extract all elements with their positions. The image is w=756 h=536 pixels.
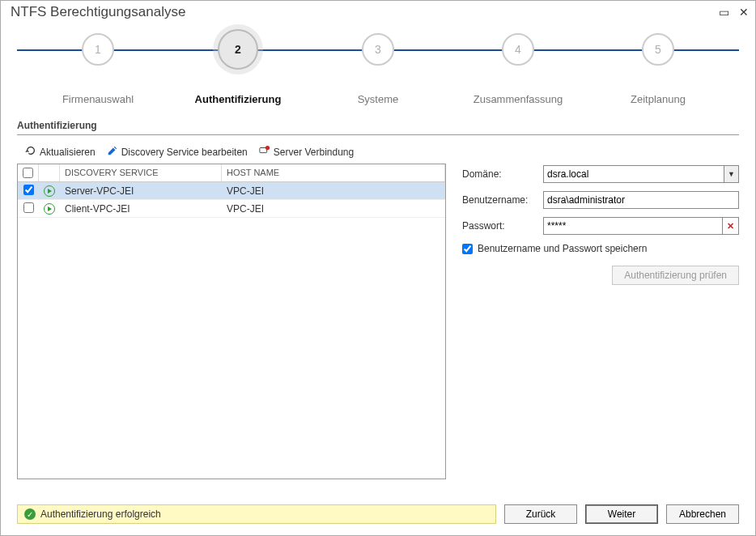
window-controls: ▭ ✕: [719, 6, 749, 19]
next-button[interactable]: Weiter: [585, 504, 658, 524]
step-5-circle[interactable]: 5: [642, 33, 674, 66]
save-credentials-checkbox[interactable]: [462, 244, 473, 254]
close-icon[interactable]: ✕: [739, 6, 749, 19]
toolbar: Aktualisieren Discovery Service bearbeit…: [25, 145, 739, 159]
refresh-label: Aktualisieren: [40, 147, 96, 158]
wizard-stepper: 1 2 3 4 5: [17, 33, 739, 82]
status-bar: ✓ Authentifizierung erfolgreich: [17, 504, 496, 524]
status-text: Authentifizierung erfolgreich: [40, 508, 161, 520]
table-header: DISCOVERY SERVICE HOST NAME: [18, 164, 445, 182]
step-4-circle[interactable]: 4: [502, 33, 534, 66]
clear-password-icon[interactable]: ✕: [723, 217, 739, 235]
domain-dropdown-icon[interactable]: ▼: [724, 165, 739, 183]
edit-discovery-label: Discovery Service bearbeiten: [121, 147, 248, 158]
step-4-label: Zusammenfassung: [453, 93, 583, 105]
password-input[interactable]: [543, 217, 723, 235]
host-header[interactable]: HOST NAME: [222, 164, 445, 181]
step-1-circle[interactable]: 1: [82, 33, 114, 66]
step-2-circle[interactable]: 2: [218, 29, 258, 70]
status-running-icon: [44, 203, 55, 215]
table-row[interactable]: Server-VPC-JEI VPC-JEI: [18, 182, 445, 200]
refresh-icon: [25, 145, 36, 159]
status-header: [39, 164, 60, 181]
auth-form: Domäne: ▼ Benutzername: Passwort: ✕ Benu…: [462, 164, 739, 479]
row-host: VPC-JEI: [222, 184, 445, 198]
section-title: Authentifizierung: [17, 120, 739, 135]
footer: ✓ Authentifizierung erfolgreich Zurück W…: [17, 504, 739, 524]
cancel-button[interactable]: Abbrechen: [666, 504, 739, 524]
step-1-label: Firmenauswahl: [33, 93, 163, 105]
password-label: Passwort:: [462, 220, 543, 232]
pencil-icon: [107, 145, 118, 159]
check-auth-button[interactable]: Authentifizierung prüfen: [612, 266, 739, 285]
select-all-checkbox[interactable]: [23, 168, 33, 178]
username-label: Benutzername:: [462, 194, 543, 206]
row-checkbox[interactable]: [23, 185, 34, 195]
row-host: VPC-JEI: [222, 202, 445, 216]
edit-discovery-button[interactable]: Discovery Service bearbeiten: [107, 145, 248, 159]
back-button[interactable]: Zurück: [504, 504, 577, 524]
title-bar: NTFS Berechtigungsanalyse ▭ ✕: [1, 1, 755, 27]
username-input[interactable]: [543, 191, 739, 209]
row-discovery: Client-VPC-JEI: [60, 202, 222, 216]
discovery-header[interactable]: DISCOVERY SERVICE: [60, 164, 222, 181]
server-connection-button[interactable]: Server Verbindung: [259, 145, 354, 159]
step-3-label: Systeme: [313, 93, 443, 105]
status-running-icon: [44, 185, 55, 197]
discovery-table: DISCOVERY SERVICE HOST NAME Server-VPC-J…: [17, 164, 446, 479]
step-5-label: Zeitplanung: [593, 93, 723, 105]
domain-input[interactable]: [543, 165, 724, 183]
step-3-circle[interactable]: 3: [362, 33, 394, 66]
domain-label: Domäne:: [462, 168, 543, 180]
row-checkbox[interactable]: [23, 202, 34, 213]
window-title: NTFS Berechtigungsanalyse: [11, 4, 185, 20]
server-connection-label: Server Verbindung: [274, 147, 354, 158]
refresh-button[interactable]: Aktualisieren: [25, 145, 96, 159]
svg-point-1: [265, 146, 270, 150]
row-discovery: Server-VPC-JEI: [60, 184, 222, 198]
success-icon: ✓: [24, 508, 36, 520]
maximize-icon[interactable]: ▭: [719, 6, 729, 19]
step-2-label: Authentifizierung: [173, 93, 303, 105]
save-credentials-label: Benutzername und Passwort speichern: [478, 243, 647, 254]
table-row[interactable]: Client-VPC-JEI VPC-JEI: [18, 200, 445, 218]
section-header: Authentifizierung: [17, 120, 739, 135]
stepper-labels: Firmenauswahl Authentifizierung Systeme …: [17, 93, 739, 105]
server-connection-icon: [259, 145, 270, 159]
